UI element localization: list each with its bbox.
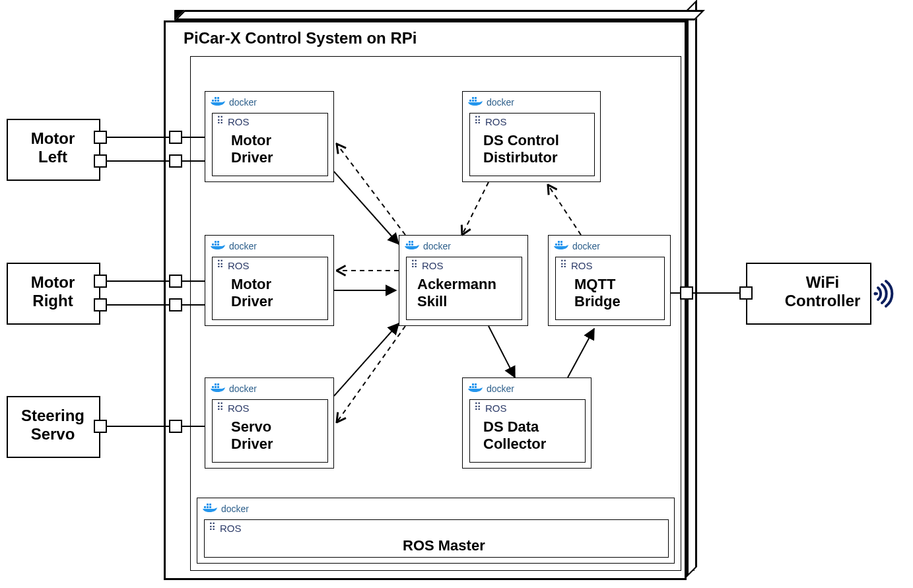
docker-whale-icon — [211, 96, 226, 108]
ros-ds-control: ROS DS Control Distirbutor — [469, 113, 595, 176]
docker-motor-driver-top: docker ROS Motor Driver — [205, 91, 334, 182]
svg-rect-5 — [217, 97, 219, 99]
ros-mqtt: ROS MQTT Bridge — [555, 257, 665, 320]
svg-rect-7 — [215, 244, 217, 245]
svg-rect-34 — [472, 383, 474, 385]
svg-rect-37 — [207, 506, 209, 508]
ros-ros-master: ROS ROS Master — [204, 519, 669, 558]
svg-rect-14 — [215, 383, 217, 385]
main-port-l2a — [169, 275, 182, 288]
docker-text: docker — [229, 97, 257, 108]
svg-rect-4 — [215, 97, 217, 99]
svg-rect-24 — [409, 241, 411, 243]
port-motor-right-2 — [94, 298, 107, 311]
svg-rect-27 — [558, 244, 560, 245]
main-port-r — [680, 286, 693, 300]
node-label-ds-control: DS Control Distirbutor — [483, 132, 559, 167]
svg-rect-26 — [555, 244, 557, 245]
ros-dots-icon — [217, 405, 226, 412]
svg-rect-39 — [207, 504, 209, 506]
svg-rect-28 — [560, 244, 562, 245]
svg-point-0 — [874, 292, 877, 296]
docker-text: docker — [221, 504, 249, 514]
node-label-ds-data: DS Data Collector — [483, 418, 546, 453]
docker-header: docker — [405, 240, 451, 252]
svg-rect-3 — [217, 100, 219, 102]
ros-motor-driver-mid: ROS Motor Driver — [212, 257, 328, 320]
diagram-stage: PiCar-X Control System on RPi Motor Left… — [0, 0, 913, 588]
ros-dots-icon — [474, 405, 483, 412]
svg-rect-15 — [217, 383, 219, 385]
svg-rect-35 — [475, 383, 477, 385]
docker-motor-driver-mid: docker ROS Motor Driver — [205, 235, 334, 326]
ros-dots-icon — [209, 525, 218, 532]
ros-header: ROS — [474, 403, 507, 414]
wifi-controller-label: WiFi Controller — [776, 273, 869, 310]
docker-header: docker — [554, 240, 600, 252]
port-motor-left-2 — [94, 154, 107, 168]
docker-text: docker — [572, 241, 600, 251]
docker-mqtt: docker ROS MQTT Bridge — [548, 235, 671, 326]
svg-rect-17 — [472, 100, 474, 102]
node-label-ros-master: ROS Master — [403, 537, 485, 554]
svg-rect-6 — [212, 244, 214, 245]
ros-ds-data: ROS DS Data Collector — [469, 399, 586, 463]
steering-servo-label: Steering Servo — [13, 407, 92, 443]
ros-header: ROS — [209, 523, 242, 534]
docker-text: docker — [229, 383, 257, 394]
wifi-icon — [873, 277, 906, 310]
docker-servo-driver: docker ROS Servo Driver — [205, 377, 334, 469]
main-port-l1b — [169, 154, 182, 168]
node-label-motor-driver-top: Motor Driver — [231, 132, 273, 167]
ros-header: ROS — [217, 403, 250, 414]
docker-whale-icon — [468, 382, 484, 395]
docker-text: docker — [423, 241, 451, 251]
docker-text: docker — [229, 241, 257, 251]
svg-rect-36 — [204, 506, 206, 508]
svg-rect-8 — [217, 244, 219, 245]
docker-text: docker — [487, 97, 514, 108]
docker-whale-icon — [203, 502, 219, 515]
svg-rect-12 — [215, 386, 217, 388]
node-label-ackermann: Ackermann Skill — [417, 276, 496, 311]
svg-rect-16 — [469, 100, 471, 102]
node-label-motor-driver-mid: Motor Driver — [231, 276, 273, 311]
docker-whale-icon — [468, 96, 484, 108]
ros-text: ROS — [220, 523, 242, 534]
ros-dots-icon — [217, 263, 226, 269]
node-label-mqtt: MQTT Bridge — [574, 276, 621, 311]
port-motor-left-1 — [94, 131, 107, 144]
motor-right-label: Motor Right — [13, 273, 92, 310]
docker-header: docker — [211, 382, 257, 395]
svg-rect-22 — [409, 244, 411, 245]
docker-ros-master: docker ROS ROS Master — [197, 498, 675, 564]
svg-rect-31 — [469, 386, 471, 388]
ros-dots-icon — [411, 263, 420, 269]
main-port-l1a — [169, 131, 182, 144]
docker-header: docker — [211, 96, 257, 108]
ros-dots-icon — [217, 119, 226, 125]
docker-text: docker — [487, 383, 514, 394]
svg-rect-2 — [215, 100, 217, 102]
node-label-servo-driver: Servo Driver — [231, 418, 273, 453]
ros-text: ROS — [228, 116, 250, 127]
svg-rect-19 — [472, 97, 474, 99]
ros-header: ROS — [560, 260, 593, 271]
main-port-l2b — [169, 298, 182, 311]
svg-rect-33 — [475, 386, 477, 388]
docker-ds-control: docker ROS DS Control Distirbutor — [462, 91, 601, 182]
ros-header: ROS — [217, 260, 250, 271]
ros-text: ROS — [422, 260, 444, 271]
ros-servo-driver: ROS Servo Driver — [212, 399, 328, 463]
ros-dots-icon — [474, 119, 483, 125]
ros-ackermann: ROS Ackermann Skill — [406, 257, 522, 320]
docker-header: docker — [211, 240, 257, 252]
port-steering-1 — [94, 420, 107, 433]
docker-whale-icon — [405, 240, 421, 252]
svg-rect-40 — [209, 504, 211, 506]
ros-motor-driver-top: ROS Motor Driver — [212, 113, 328, 176]
ros-text: ROS — [485, 116, 507, 127]
svg-rect-21 — [406, 244, 408, 245]
docker-whale-icon — [211, 382, 226, 395]
docker-whale-icon — [211, 240, 226, 252]
